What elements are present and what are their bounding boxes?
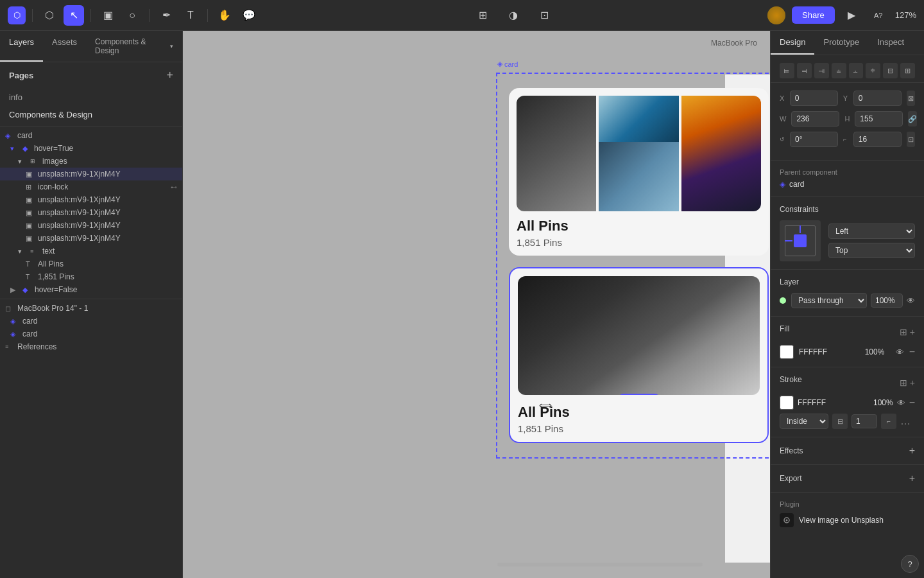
page-item-components[interactable]: Components & Design bbox=[0, 106, 182, 123]
rotation-input[interactable] bbox=[790, 132, 838, 147]
layer-card-1[interactable]: ◈ card bbox=[0, 315, 182, 328]
pen-tool[interactable]: ✒ bbox=[156, 5, 176, 26]
help-button[interactable]: ? bbox=[901, 555, 919, 573]
text-tool[interactable]: T bbox=[180, 5, 201, 26]
tab-components-design[interactable]: Components & Design ▾ bbox=[86, 31, 182, 62]
fill-header: Fill ⊞ + bbox=[780, 324, 915, 340]
position-constraint-btn[interactable]: ⊠ bbox=[907, 91, 915, 106]
select-tool[interactable]: ↖ bbox=[64, 5, 84, 26]
align-center-h-btn[interactable]: ⫤ bbox=[797, 63, 812, 78]
add-export-btn[interactable]: + bbox=[909, 473, 915, 484]
stroke-align-btn[interactable]: ⊟ bbox=[832, 414, 848, 429]
layer-text[interactable]: ▾ ≡ text bbox=[0, 245, 182, 258]
add-page-button[interactable]: + bbox=[166, 69, 173, 82]
hand-tool[interactable]: ✋ bbox=[214, 5, 235, 26]
layer-references[interactable]: ≡ References bbox=[0, 340, 182, 353]
parent-component-value: ◈ card bbox=[780, 180, 915, 189]
move-tool[interactable]: ⬡ bbox=[39, 5, 60, 26]
layer-pins-count[interactable]: T 1,851 Pins bbox=[0, 270, 182, 283]
layer-unsplash-5[interactable]: ▣ unsplash:mV9-1XjnM4Y bbox=[0, 232, 182, 245]
stroke-grid-btn[interactable]: ⊞ bbox=[900, 378, 907, 388]
constraint-horizontal[interactable]: LeftRightLeft & RightCenterScale bbox=[828, 223, 915, 239]
w-input[interactable] bbox=[791, 111, 839, 127]
stroke-color-swatch[interactable] bbox=[780, 396, 794, 410]
add-stroke-btn[interactable]: + bbox=[910, 378, 915, 388]
tab-layers[interactable]: Layers bbox=[0, 31, 43, 62]
align-center-v-btn[interactable]: ⫠ bbox=[849, 63, 864, 78]
page-item-info[interactable]: info bbox=[0, 89, 182, 106]
layer-unsplash-2[interactable]: ▣ unsplash:mV9-1XjnM4Y bbox=[0, 193, 182, 206]
align-bottom-btn[interactable]: ⫩ bbox=[866, 63, 880, 78]
h-input[interactable] bbox=[855, 111, 903, 127]
parent-component-icon: ◈ bbox=[780, 180, 785, 189]
share-button[interactable]: Share bbox=[792, 6, 835, 24]
stroke-corner-btn[interactable]: ⌐ bbox=[881, 414, 896, 429]
x-input[interactable] bbox=[790, 91, 838, 106]
add-fill-btn[interactable]: + bbox=[910, 327, 915, 337]
radius-constraint-btn[interactable]: ⊡ bbox=[907, 132, 915, 147]
image-icon-5: ▣ bbox=[26, 234, 35, 243]
tab-inspect[interactable]: Inspect bbox=[868, 31, 913, 55]
card-frame[interactable]: ◈ card All Pins 1,851 Pins bbox=[496, 73, 770, 459]
question-button[interactable]: A? bbox=[868, 5, 889, 26]
layer-card-root[interactable]: ◈ card bbox=[0, 129, 182, 142]
theme-tool[interactable]: ◑ bbox=[503, 5, 524, 26]
component-tool[interactable]: ⊞ bbox=[472, 5, 493, 26]
canvas-scrollbar[interactable] bbox=[497, 563, 703, 566]
shape-tool[interactable]: ○ bbox=[122, 5, 142, 26]
handle-br[interactable] bbox=[764, 439, 769, 443]
plugin-row[interactable]: View image on Unsplash bbox=[780, 513, 915, 527]
align-left-btn[interactable]: ⫢ bbox=[780, 63, 794, 78]
layer-unsplash-3[interactable]: ▣ unsplash:mV9-1XjnM4Y bbox=[0, 206, 182, 219]
add-effect-btn[interactable]: + bbox=[909, 445, 915, 457]
handle-tr[interactable] bbox=[764, 267, 769, 272]
parent-component-name: card bbox=[789, 180, 804, 189]
link-wh-btn[interactable]: 🔗 bbox=[908, 111, 917, 127]
layer-images[interactable]: ▾ ⊞ images bbox=[0, 155, 182, 168]
distribute-v-btn[interactable]: ⊞ bbox=[900, 63, 915, 78]
fill-grid-btn[interactable]: ⊞ bbox=[900, 327, 907, 337]
card1-images bbox=[517, 96, 761, 211]
align-right-btn[interactable]: ⫣ bbox=[814, 63, 829, 78]
handle-tl[interactable] bbox=[509, 267, 513, 272]
stroke-position-select[interactable]: InsideOutsideCenter bbox=[780, 414, 828, 429]
stroke-width-input[interactable] bbox=[851, 414, 877, 428]
comment-tool[interactable]: 💬 bbox=[239, 5, 259, 26]
layer-macbook-frame[interactable]: ◻ MacBook Pro 14" - 1 bbox=[0, 302, 182, 315]
frame-tool[interactable]: ▣ bbox=[98, 5, 118, 26]
visibility-button[interactable]: 👁 bbox=[907, 296, 915, 306]
crop-tool[interactable]: ⊡ bbox=[534, 5, 554, 26]
y-input[interactable] bbox=[853, 91, 902, 106]
tab-prototype[interactable]: Prototype bbox=[814, 31, 868, 55]
remove-fill-btn[interactable]: − bbox=[909, 346, 915, 358]
layer-hover-true[interactable]: ▾ ◆ hover=True bbox=[0, 142, 182, 155]
remove-stroke-btn[interactable]: − bbox=[909, 397, 915, 408]
stroke-visibility-btn[interactable]: 👁 bbox=[897, 398, 905, 408]
stroke-more-btn[interactable]: … bbox=[900, 416, 911, 427]
pin-card-1[interactable]: All Pins 1,851 Pins bbox=[509, 88, 769, 256]
blend-mode-select[interactable]: Pass throughNormalMultiplyScreen bbox=[791, 293, 867, 308]
layer-unsplash-1[interactable]: ▣ unsplash:mV9-1XjnM4Y bbox=[0, 168, 182, 180]
layer-all-pins[interactable]: T All Pins bbox=[0, 258, 182, 270]
fill-visibility-btn[interactable]: 👁 bbox=[896, 347, 904, 357]
zoom-level[interactable]: 127% bbox=[895, 10, 916, 20]
pin-card-2[interactable]: 236 × 155 ✦ All Pins 1,851 Pins bbox=[509, 267, 769, 443]
fill-color-swatch[interactable] bbox=[780, 345, 794, 359]
align-top-btn[interactable]: ⫨ bbox=[832, 63, 846, 78]
figma-menu[interactable]: ⬡ bbox=[8, 6, 26, 24]
tab-design[interactable]: Design bbox=[771, 31, 814, 55]
constraint-vertical[interactable]: TopBottomTop & BottomCenterScale bbox=[828, 243, 915, 258]
resize-handle[interactable]: ⟺ bbox=[539, 400, 552, 410]
tab-assets[interactable]: Assets bbox=[43, 31, 86, 62]
layer-hover-false[interactable]: ▶ ◆ hover=False bbox=[0, 283, 182, 296]
rotation-icon: ↺ bbox=[780, 136, 785, 143]
layer-card-2[interactable]: ◈ card bbox=[0, 328, 182, 340]
layer-unsplash-4[interactable]: ▣ unsplash:mV9-1XjnM4Y bbox=[0, 219, 182, 232]
handle-bl[interactable] bbox=[509, 439, 513, 443]
layer-icon-lock[interactable]: ⊞ icon-lock ⊷ bbox=[0, 180, 182, 193]
play-button[interactable]: ▶ bbox=[841, 5, 862, 26]
layer-label: hover=False bbox=[35, 285, 177, 294]
radius-input[interactable] bbox=[853, 132, 902, 147]
opacity-input[interactable] bbox=[871, 293, 903, 308]
distribute-h-btn[interactable]: ⊟ bbox=[883, 63, 898, 78]
